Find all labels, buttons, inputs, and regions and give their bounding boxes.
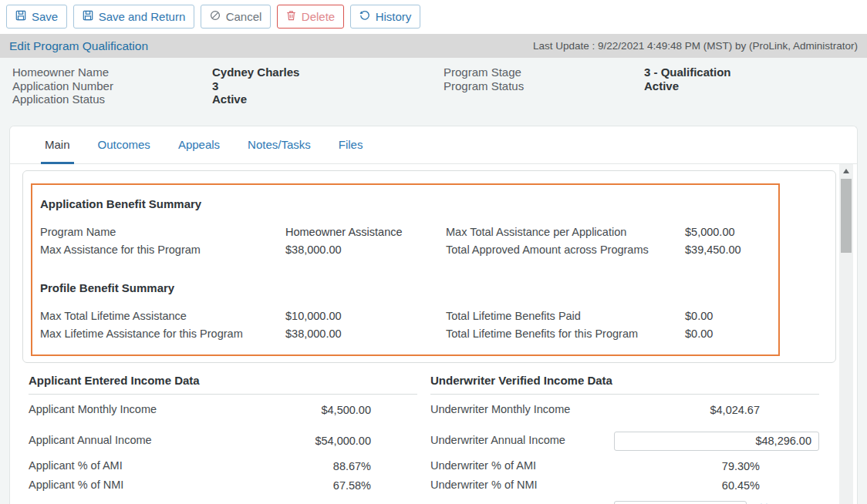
underwriter-monthly-income-label: Underwriter Monthly Income	[430, 404, 614, 415]
program-name-value: Homeowner Assistance	[285, 226, 446, 238]
profile-benefit-summary-title: Profile Benefit Summary	[40, 281, 771, 294]
income-limit-date-input[interactable]	[614, 501, 747, 504]
income-row: Underwriter % of AMI 79.30%	[430, 456, 819, 475]
income-row: Applicant % of AMI 88.67%	[29, 456, 417, 475]
benefit-row: Max Total Lifetime Assistance $10,000.00…	[32, 307, 778, 324]
trash-icon	[286, 10, 296, 23]
tab-main[interactable]: Main	[41, 126, 74, 164]
applicant-pct-ami-value: 88.67%	[212, 460, 417, 472]
applicant-annual-income-value: $54,000.00	[212, 435, 417, 447]
toolbar: Save Save and Return Cancel Delete Histo…	[0, 0, 867, 34]
applicant-pct-nmi-value: 67.58%	[212, 479, 417, 492]
save-and-return-label: Save and Return	[99, 10, 186, 23]
underwriter-pct-nmi-value: 60.45%	[614, 479, 819, 492]
max-total-assistance-label: Max Total Assistance per Application	[446, 226, 685, 238]
qualification-card: Main Outcomes Appeals Notes/Tasks Files …	[9, 126, 858, 504]
history-button[interactable]: History	[350, 5, 421, 29]
applicant-income-column: Applicant Entered Income Data Applicant …	[29, 374, 417, 504]
up-arrow-icon	[843, 169, 849, 173]
applicant-annual-income-label: Applicant Annual Income	[29, 435, 212, 446]
underwriter-pct-nmi-label: Underwriter % of NMI	[430, 479, 614, 491]
cancel-label: Cancel	[226, 10, 262, 23]
benefit-row: Max Assistance for this Program $38,000.…	[32, 240, 778, 258]
max-lifetime-program-value: $38,000.00	[285, 328, 446, 340]
max-lifetime-assistance-label: Max Total Lifetime Assistance	[40, 310, 285, 322]
program-stage-value: 3 - Qualification	[644, 66, 867, 79]
underwriter-monthly-income-value: $4,024.67	[614, 404, 819, 416]
applicant-pct-ami-label: Applicant % of AMI	[29, 460, 212, 472]
homeowner-name-label: Homeowner Name	[12, 66, 212, 79]
program-name-label: Program Name	[40, 226, 285, 238]
lifetime-benefits-program-value: $0.00	[685, 328, 771, 340]
save-and-return-button[interactable]: Save and Return	[73, 5, 195, 29]
benefit-row: Program Name Homeowner Assistance Max To…	[32, 223, 778, 240]
delete-button[interactable]: Delete	[277, 5, 344, 29]
benefit-summary-highlight-box: Application Benefit Summary Program Name…	[31, 183, 780, 356]
tab-files[interactable]: Files	[335, 126, 367, 164]
applicant-monthly-income-label: Applicant Monthly Income	[29, 404, 212, 415]
save-button[interactable]: Save	[6, 5, 67, 29]
page-header-bar: Edit Program Qualification Last Update :…	[0, 34, 867, 58]
applicant-pct-nmi-label: Applicant % of NMI	[29, 479, 212, 491]
income-row: Underwriter % of NMI 60.45%	[430, 475, 819, 495]
application-number-label: Application Number	[12, 79, 212, 93]
underwriter-income-column: Underwriter Verified Income Data Underwr…	[430, 374, 819, 504]
underwriter-income-title: Underwriter Verified Income Data	[430, 374, 819, 395]
application-number-value: 3	[212, 79, 444, 93]
scrollbar-thumb[interactable]	[841, 179, 852, 253]
max-assistance-program-label: Max Assistance for this Program	[40, 244, 285, 256]
program-status-label: Program Status	[444, 79, 644, 93]
history-label: History	[376, 10, 412, 23]
save-label: Save	[32, 10, 58, 23]
application-info-bar: Homeowner Name Cydney Charles Program St…	[0, 58, 867, 126]
income-row: Applicant Monthly Income $4,500.00	[29, 395, 417, 425]
scrollbar-up-button[interactable]	[839, 164, 853, 177]
tab-notes-tasks[interactable]: Notes/Tasks	[244, 126, 315, 164]
cancel-icon	[210, 10, 221, 23]
application-status-value: Active	[212, 92, 444, 106]
main-tab-content: Application Benefit Summary Program Name…	[10, 164, 839, 504]
income-row: Underwriter Monthly Income $4,024.67	[430, 395, 819, 425]
max-lifetime-assistance-value: $10,000.00	[285, 310, 446, 322]
program-stage-label: Program Stage	[444, 66, 644, 79]
underwriter-pct-ami-label: Underwriter % of AMI	[430, 460, 614, 472]
underwriter-annual-income-label: Underwriter Annual Income	[430, 435, 614, 446]
lifetime-benefits-paid-label: Total Lifetime Benefits Paid	[446, 310, 685, 322]
max-lifetime-program-label: Max Lifetime Assistance for this Program	[40, 328, 285, 340]
tab-bar: Main Outcomes Appeals Notes/Tasks Files	[10, 126, 857, 164]
underwriter-annual-income-input[interactable]	[614, 432, 819, 451]
max-assistance-program-value: $38,000.00	[285, 244, 446, 256]
last-update-text: Last Update : 9/22/2021 4:49:48 PM (MST)…	[533, 40, 858, 52]
tab-outcomes[interactable]: Outcomes	[94, 126, 154, 164]
lifetime-benefits-paid-value: $0.00	[685, 310, 771, 322]
delete-label: Delete	[302, 10, 335, 23]
history-icon	[359, 10, 370, 23]
application-benefit-summary-title: Application Benefit Summary	[40, 197, 771, 210]
homeowner-name-value: Cydney Charles	[212, 66, 444, 79]
tab-content-scroll-area: Application Benefit Summary Program Name…	[10, 164, 857, 504]
applicant-income-title: Applicant Entered Income Data	[29, 374, 417, 395]
applicant-monthly-income-value: $4,500.00	[212, 404, 417, 416]
application-status-label: Application Status	[12, 92, 212, 106]
income-row: Income Limit Effective Date	[430, 495, 819, 504]
lifetime-benefits-program-label: Total Lifetime Benefits for this Program	[446, 328, 685, 340]
income-row: Applicant % of NMI 67.58%	[29, 475, 417, 495]
page-title: Edit Program Qualification	[9, 39, 148, 53]
total-approved-label: Total Approved Amount across Programs	[446, 244, 685, 256]
underwriter-pct-ami-value: 79.30%	[614, 460, 819, 472]
income-row: Underwriter Annual Income	[430, 425, 819, 456]
income-row: Applicant Annual Income $54,000.00	[29, 425, 417, 456]
vertical-scrollbar[interactable]	[839, 164, 853, 504]
cancel-button[interactable]: Cancel	[201, 5, 272, 29]
tab-appeals[interactable]: Appeals	[174, 126, 224, 164]
income-data-section: Applicant Entered Income Data Applicant …	[10, 372, 839, 504]
floppy-icon	[83, 10, 93, 23]
floppy-icon	[15, 10, 26, 23]
max-total-assistance-value: $5,000.00	[685, 226, 771, 238]
program-status-value: Active	[644, 79, 867, 93]
benefit-summary-panel: Application Benefit Summary Program Name…	[22, 170, 836, 363]
total-approved-value: $39,450.00	[685, 244, 771, 256]
benefit-row: Max Lifetime Assistance for this Program…	[32, 324, 778, 342]
